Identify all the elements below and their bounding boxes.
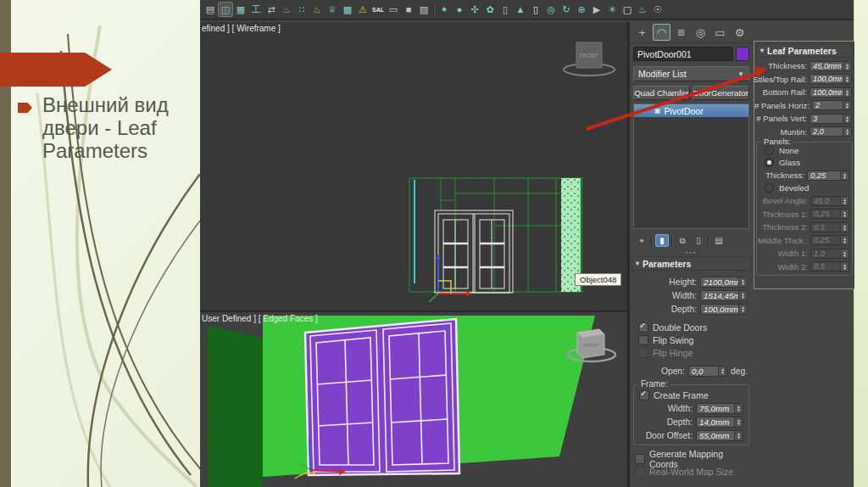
tab-display[interactable]: ▭: [711, 24, 729, 41]
door-light-icon[interactable]: ▯: [528, 2, 543, 17]
parameters-rollout-header[interactable]: ▾ Parameters: [632, 256, 751, 271]
spinner[interactable]: ▴▾: [843, 62, 851, 70]
open-input[interactable]: 0,0▴▾: [688, 366, 727, 377]
door-offset-input[interactable]: 55,0mm▴▾: [696, 430, 743, 441]
stiles-top-rail-input[interactable]: 100,0mm▴▾: [810, 74, 852, 84]
tab-modify[interactable]: ◠: [653, 24, 670, 41]
frame-width-input[interactable]: 75,0mm▴▾: [696, 403, 743, 414]
remove-modifier-button[interactable]: ▯: [692, 234, 705, 247]
mirror-icon[interactable]: ⇄: [264, 2, 279, 17]
height-input[interactable]: 2100,0mm▴▾: [700, 277, 748, 288]
plant-icon[interactable]: ✿: [482, 2, 498, 17]
modifier-stack[interactable]: ▣ PivotDoor: [633, 104, 749, 229]
tab-utilities[interactable]: ⚙: [731, 24, 748, 41]
monitor-icon[interactable]: ■: [401, 2, 416, 17]
panels-vert-input[interactable]: 3▴▾: [810, 114, 852, 124]
object-color-swatch[interactable]: [736, 47, 749, 61]
paw-icon[interactable]: ✣: [467, 2, 482, 17]
ribbon-toggle-icon[interactable]: 工: [248, 2, 264, 17]
create-frame-checkbox[interactable]: Create Frame: [634, 389, 748, 401]
spinner[interactable]: ▴▾: [734, 431, 743, 440]
preview-teapot-icon[interactable]: ♨: [309, 2, 325, 17]
tab-create[interactable]: +: [633, 24, 651, 41]
render-teapot-icon[interactable]: ♨: [279, 2, 294, 17]
quad-chamfer-button[interactable]: Quad Chamfer: [633, 86, 690, 100]
checkbox-icon[interactable]: [639, 390, 649, 400]
pin-stack-button[interactable]: ⌖: [635, 234, 648, 247]
viewport-front[interactable]: efined ] [ Wireframe ]: [200, 22, 629, 311]
square-icon[interactable]: ▢: [620, 2, 635, 17]
make-unique-button[interactable]: ⧉: [676, 234, 689, 247]
door-selected[interactable]: [305, 319, 459, 475]
panel-glass-radio[interactable]: Glass: [757, 157, 852, 170]
generate-mapping-coords-checkbox[interactable]: Generate Mapping Coords: [630, 452, 753, 465]
bottom-rail-input[interactable]: 100,0mm▴▾: [810, 87, 852, 98]
spinner[interactable]: ▴▾: [738, 291, 747, 300]
panel-splitter[interactable]: ▪▪▪: [630, 250, 753, 255]
configure-modifier-sets-button[interactable]: ▤: [712, 234, 726, 247]
depth-input[interactable]: 100,0mm▴▾: [700, 304, 748, 315]
transform-gizmo[interactable]: [429, 254, 472, 302]
pyramid-icon[interactable]: ▲: [513, 2, 528, 17]
door-generator-button[interactable]: DoorGenerator: [693, 86, 749, 100]
panels-horiz-input[interactable]: 2▴▾: [812, 100, 852, 110]
spinner[interactable]: ▴▾: [840, 171, 849, 180]
muntin-input[interactable]: 2,0▴▾: [810, 126, 852, 137]
viewport-perspective-label[interactable]: User Defined ] [ Edged Faces ]: [202, 314, 318, 323]
tab-hierarchy[interactable]: ⧈: [672, 24, 690, 41]
radio-icon[interactable]: [765, 158, 774, 167]
flower-icon[interactable]: ✳: [604, 2, 620, 17]
double-doors-checkbox[interactable]: Double Doors: [630, 321, 753, 333]
radio-icon[interactable]: [765, 146, 774, 155]
frame-buffer-icon[interactable]: ▭: [386, 2, 401, 17]
spinner[interactable]: ▴▾: [734, 417, 743, 427]
spinner[interactable]: ▴▾: [843, 127, 851, 136]
spinner[interactable]: ▴▾: [738, 305, 747, 314]
target-icon[interactable]: ⊕: [574, 2, 589, 17]
modifier-list-dropdown[interactable]: Modifier List ▼: [633, 66, 749, 81]
spinner[interactable]: ▴▾: [738, 277, 747, 287]
viewcube-front[interactable]: FRONT: [564, 42, 615, 76]
crown-icon[interactable]: ♕: [325, 2, 340, 17]
warning-icon[interactable]: ⚠: [355, 2, 370, 17]
tab-motion[interactable]: ◎: [692, 24, 709, 41]
show-end-result-button[interactable]: ▮: [655, 234, 669, 247]
ring-icon[interactable]: ◎: [543, 2, 559, 17]
sal-label-icon[interactable]: SAL: [370, 2, 386, 17]
spinner[interactable]: ▴▾: [843, 101, 851, 109]
door-dark-icon[interactable]: ▯: [498, 2, 513, 17]
teapot-light-icon[interactable]: ♨: [635, 2, 650, 17]
snap-toggle-icon[interactable]: ∷: [294, 2, 309, 17]
spinner[interactable]: ▴▾: [843, 75, 851, 83]
play-icon[interactable]: ▶: [589, 2, 604, 17]
viewport-front-label[interactable]: efined ] [ Wireframe ]: [202, 24, 281, 33]
checkbox-icon[interactable]: [635, 454, 645, 464]
panel-icon[interactable]: ▨: [416, 2, 431, 17]
glass-thickness-input[interactable]: 0,25▴▾: [807, 171, 849, 181]
width-input[interactable]: 1514,45m▴▾: [700, 290, 748, 301]
object-name-input[interactable]: PivotDoor001: [633, 47, 733, 61]
light-icon[interactable]: ✦: [437, 2, 452, 17]
panel-beveled-radio[interactable]: Beveled: [757, 182, 852, 195]
panel-none-radio[interactable]: None: [757, 144, 852, 157]
leaf-parameters-header[interactable]: ▾ Leaf Parameters: [756, 43, 853, 58]
rotate-icon[interactable]: ↻: [559, 2, 574, 17]
spinner[interactable]: ▴▾: [843, 88, 851, 97]
flip-swing-checkbox[interactable]: Flip Swing: [630, 333, 753, 346]
checker-icon[interactable]: ▩: [340, 2, 355, 17]
spinner[interactable]: ▴▾: [843, 115, 851, 123]
frame-depth-input[interactable]: 14,0mm▴▾: [696, 417, 743, 428]
spinner[interactable]: ▴▾: [734, 404, 743, 413]
select-object-icon[interactable]: ▤: [203, 2, 218, 17]
stack-item-pivotdoor[interactable]: ▣ PivotDoor: [634, 104, 748, 117]
viewport-layout-icon[interactable]: ◫: [218, 2, 233, 17]
leaf-thickness-input[interactable]: 45,0mm▴▾: [810, 61, 852, 71]
viewport-perspective[interactable]: User Defined ] [ Edged Faces ]: [200, 311, 629, 487]
sphere-icon[interactable]: ●: [452, 2, 467, 17]
lightbulb-icon[interactable]: ☉: [650, 2, 665, 17]
checkbox-icon[interactable]: [638, 322, 648, 333]
spinner[interactable]: ▴▾: [718, 367, 726, 376]
material-editor-icon[interactable]: ▦: [233, 2, 248, 17]
checkbox-icon[interactable]: [638, 335, 648, 345]
radio-icon[interactable]: [765, 183, 774, 193]
